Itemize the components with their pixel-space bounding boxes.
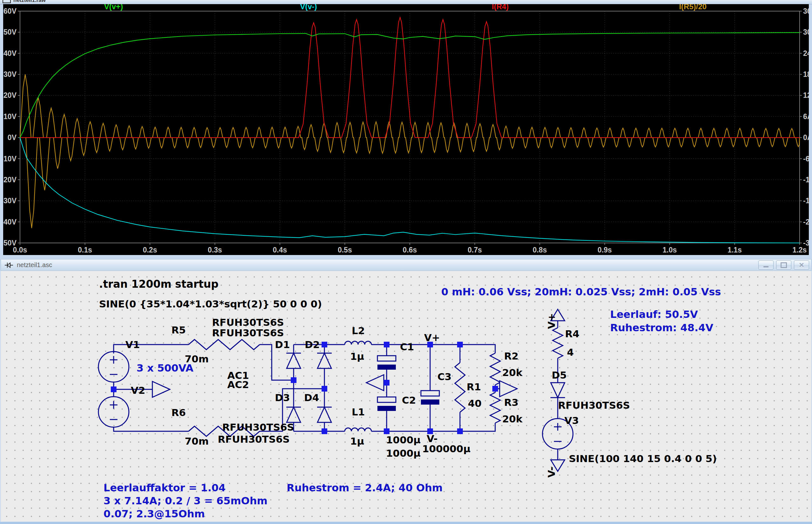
wire <box>371 423 495 431</box>
schematic-window-bottom-border <box>0 522 812 524</box>
y-left-tick-label: -30V <box>3 197 17 205</box>
schematic-label-4: V1 <box>125 339 140 350</box>
capacitor-plate-neg[interactable] <box>377 364 396 370</box>
inductor-symbol[interactable] <box>345 428 371 431</box>
resistor-symbol[interactable] <box>490 353 500 385</box>
wire <box>114 427 189 431</box>
waveform-plot[interactable]: 0.0s0.1s0.2s0.3s0.4s0.5s0.6s0.7s0.8s0.9s… <box>3 4 809 255</box>
schematic-titlebar[interactable]: netzteil1.asc ✕ <box>1 259 811 271</box>
y-left-tick-label: 30V <box>3 70 17 79</box>
x-tick-label: 0.1s <box>78 246 92 254</box>
x-tick-label: 1.0s <box>662 246 677 254</box>
x-tick-label: 0.5s <box>338 246 352 254</box>
maximize-button[interactable] <box>776 260 791 269</box>
trace-I(R4) <box>20 17 800 137</box>
waveform-titlebar[interactable]: netzteil1.raw <box>0 0 812 4</box>
schematic-comment-49: 3 x 7.14A; 0.2 / 3 = 65mOhm <box>103 495 268 507</box>
schematic-label-16: D4 <box>304 392 319 403</box>
diode-symbol[interactable] <box>318 407 332 422</box>
schematic-label-28: R1 <box>467 381 481 393</box>
schematic-comment-48: Leerlauffaktor = 1.04 <box>103 482 226 494</box>
wire <box>371 345 495 353</box>
resistor-symbol[interactable] <box>189 340 260 350</box>
schematic-label-20: 1µ <box>350 350 364 362</box>
schematic-label-9: R6 <box>171 407 186 418</box>
y-right-tick-label: 30A <box>803 28 809 36</box>
legend-I(R5)/20: I(R5)/20 <box>679 4 707 11</box>
y-right-tick-label: 12A <box>803 91 809 99</box>
junction-dot <box>457 428 463 434</box>
schematic-canvas[interactable]: .tran 1200m startupSINE(0 {35*1.04*1.03*… <box>1 271 811 522</box>
y-left-tick-label: 10V <box>3 112 17 121</box>
x-tick-label: 0.6s <box>403 246 417 254</box>
port-arrow-icon[interactable] <box>152 381 170 397</box>
schematic-label-39: D5 <box>552 369 566 381</box>
schematic-comment-7: 3 x 500VA <box>136 362 193 374</box>
capacitor-plate-neg[interactable] <box>377 406 396 411</box>
x-tick-label: 0.9s <box>598 246 612 254</box>
schematic-label-40: RFUH30TS6S <box>558 399 630 411</box>
port-arrow-icon[interactable] <box>500 381 517 397</box>
y-right-tick-label: -12A <box>803 176 809 184</box>
schematic-label-43: V+ <box>546 313 557 329</box>
schematic-label-25: C3 <box>437 371 451 382</box>
schematic-label-3: RFUH30TS6S <box>212 327 284 339</box>
waveform-window-title: netzteil1.raw <box>13 0 46 3</box>
y-right-tick-label: -24A <box>803 218 809 226</box>
schematic-label-0: .tran 1200m startup <box>99 278 218 290</box>
diode-symbol[interactable] <box>287 407 301 422</box>
x-tick-label: 0.7s <box>468 246 482 254</box>
schematic-label-1: SINE(0 {35*1.04*1.03*sqrt(2)} 50 0 0 0) <box>99 298 322 310</box>
junction-dot <box>291 377 297 383</box>
capacitor-plate-pos[interactable] <box>377 397 396 403</box>
y-left-tick-label: 50V <box>3 28 17 36</box>
schematic-label-30: R2 <box>504 350 518 362</box>
schematic-label-31: 20k <box>502 367 523 378</box>
y-left-tick-label: 20V <box>3 91 17 99</box>
schematic-window: netzteil1.asc ✕ .tran 1200m startupSINE(… <box>0 259 812 524</box>
port-arrow-icon[interactable] <box>366 375 384 391</box>
capacitor-plate-neg[interactable] <box>421 399 439 405</box>
junction-dot <box>322 428 327 434</box>
schematic-label-32: R3 <box>504 397 518 408</box>
diode-symbol[interactable] <box>318 353 332 369</box>
schematic-comment-45: 0 mH: 0.06 Vss; 20mH: 0.025 Vss; 2mH: 0.… <box>441 286 721 298</box>
y-left-tick-label: -50V <box>3 239 17 247</box>
capacitor-plate-pos[interactable] <box>421 391 439 396</box>
diode-symbol[interactable] <box>551 383 565 398</box>
resistor-symbol[interactable] <box>553 328 563 358</box>
schematic-comment-46: Leerlauf: 50.5V <box>610 308 698 321</box>
schematic-label-5: R5 <box>171 324 186 336</box>
x-tick-label: 1.1s <box>728 246 742 254</box>
schematic-comment-51: Ruhestrom = 2.4A; 40 Ohm <box>287 482 442 494</box>
diode-symbol[interactable] <box>287 353 301 369</box>
x-tick-label: 0.8s <box>532 246 547 254</box>
schematic-label-15: D3 <box>275 392 290 403</box>
schematic-label-8: V2 <box>131 384 146 396</box>
close-button[interactable]: ✕ <box>794 260 809 269</box>
x-tick-label: 0.3s <box>208 246 222 254</box>
junction-dot <box>384 428 389 434</box>
schematic-window-icon <box>4 261 14 269</box>
schematic-label-35: 1000µ <box>386 447 421 459</box>
x-tick-label: 0.4s <box>273 246 287 254</box>
maximize-icon <box>781 262 787 268</box>
resistor-symbol[interactable] <box>455 363 465 412</box>
capacitor-plate-pos[interactable] <box>377 356 396 361</box>
schematic-comment-50: 0.07; 2.3@15Ohm <box>103 508 205 520</box>
resistor-symbol[interactable] <box>490 393 500 423</box>
junction-dot <box>457 342 463 347</box>
schematic-label-18: RFUH30TS6S <box>218 433 290 445</box>
schematic-label-33: 20k <box>502 413 523 425</box>
waveform-window: netzteil1.raw 0.0s0.1s0.2s0.3s0.4s0.5s0.… <box>0 0 812 259</box>
schematic-label-38: 4 <box>567 346 574 358</box>
waveform-window-icon <box>2 0 11 3</box>
schematic-label-2: RFUH30TS6S <box>212 317 284 328</box>
schematic-label-12: D2 <box>305 339 320 350</box>
junction-dot <box>384 342 389 347</box>
schematic-label-37: R4 <box>565 328 579 340</box>
schematic-label-29: 40 <box>468 398 481 409</box>
inductor-symbol[interactable] <box>345 341 371 345</box>
minimize-button[interactable] <box>758 260 774 269</box>
schematic-label-41: V3 <box>564 415 579 426</box>
